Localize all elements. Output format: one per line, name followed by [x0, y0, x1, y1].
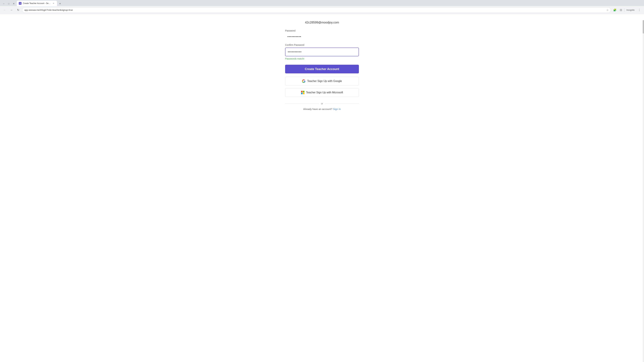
- active-tab[interactable]: S Create Teacher Account - Sees... ×: [17, 1, 57, 6]
- menu-button[interactable]: ⋮: [636, 7, 642, 13]
- tab-favicon: S: [19, 2, 22, 5]
- scrollbar[interactable]: [643, 20, 644, 362]
- or-divider: or: [285, 102, 359, 105]
- confirm-password-input[interactable]: [285, 48, 359, 56]
- bookmark-icon[interactable]: ☆: [606, 9, 608, 11]
- microsoft-signup-button[interactable]: Teacher Sign Up with Microsoft: [285, 88, 359, 97]
- close-window-button[interactable]: ✕: [12, 1, 16, 6]
- toolbar-actions: 🧩 ⊡ Incognito ⋮: [612, 7, 642, 13]
- new-tab-button[interactable]: +: [58, 1, 62, 6]
- scrollbar-thumb[interactable]: [643, 20, 644, 33]
- google-signup-label: Teacher Sign Up with Google: [307, 80, 342, 83]
- microsoft-signup-label: Teacher Sign Up with Microsoft: [306, 91, 343, 94]
- google-signup-button[interactable]: Teacher Sign Up with Google: [285, 77, 359, 85]
- form-container: 42c28599@moodjoy.com Password ••••••••••…: [282, 14, 362, 356]
- extensions-button[interactable]: 🧩: [612, 7, 618, 13]
- google-icon: [302, 79, 306, 83]
- split-button[interactable]: ⊡: [618, 7, 624, 13]
- microsoft-icon: [301, 91, 304, 94]
- minimize-button[interactable]: ─: [1, 1, 6, 6]
- sign-in-link[interactable]: Sign In: [333, 108, 341, 110]
- tab-title: Create Teacher Account - Sees...: [23, 2, 51, 4]
- password-field-group: Password ••••••••••: [285, 29, 359, 40]
- tab-bar: ─ □ ✕ S Create Teacher Account - Sees...…: [0, 0, 644, 6]
- window-controls: ─ □ ✕: [1, 1, 16, 6]
- confirm-password-label: Confirm Password: [285, 43, 359, 46]
- confirm-password-field-group: Confirm Password Passwords match!: [285, 43, 359, 60]
- maximize-button[interactable]: □: [6, 1, 11, 6]
- browser-chrome: ─ □ ✕ S Create Teacher Account - Sees...…: [0, 0, 644, 14]
- passwords-match-message: Passwords match!: [285, 57, 359, 60]
- reload-button[interactable]: ↻: [16, 7, 21, 13]
- create-teacher-account-button[interactable]: Create Teacher Account: [285, 65, 359, 73]
- address-bar[interactable]: app.seesaw.me/#/login?role=teacher&signu…: [22, 7, 611, 13]
- forward-button[interactable]: →: [9, 7, 14, 13]
- back-button[interactable]: ←: [2, 7, 8, 13]
- email-display: 42c28599@moodjoy.com: [285, 21, 359, 24]
- url-display: app.seesaw.me/#/login?role=teacher&signu…: [24, 9, 605, 11]
- incognito-button[interactable]: Incognito: [625, 8, 636, 12]
- password-label: Password: [285, 29, 359, 32]
- tab-close-button[interactable]: ×: [52, 2, 55, 5]
- browser-toolbar: ← → ↻ app.seesaw.me/#/login?role=teacher…: [0, 6, 644, 14]
- page-content: 42c28599@moodjoy.com Password ••••••••••…: [0, 14, 644, 356]
- or-text: or: [321, 102, 323, 105]
- toolbar-divider: [624, 8, 624, 12]
- password-value: ••••••••••: [285, 33, 359, 40]
- sign-in-section: Already have an account? Sign In: [285, 108, 359, 110]
- sign-in-prompt-text: Already have an account?: [303, 108, 332, 110]
